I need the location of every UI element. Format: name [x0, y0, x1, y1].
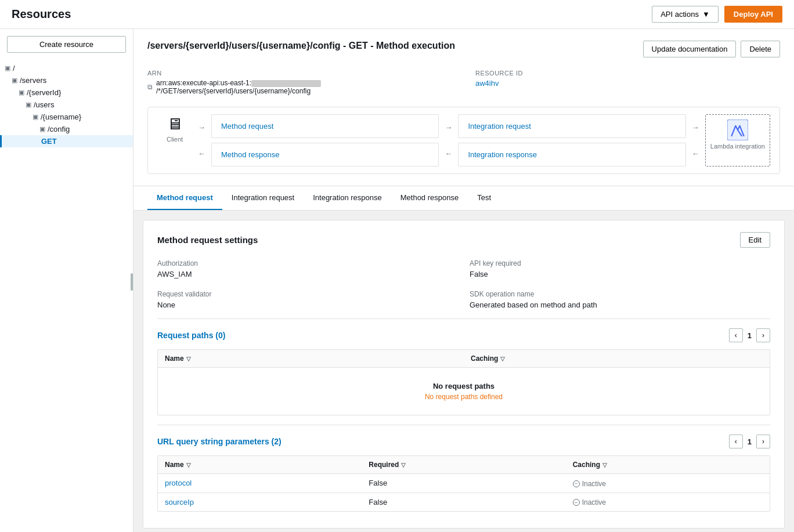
authorization-value: AWS_IAM: [157, 270, 458, 278]
request-paths-pagination: ‹ 1 ›: [729, 328, 770, 342]
th-caching-qs: Caching ▽: [566, 456, 770, 473]
tree-item-label: /users: [34, 100, 54, 109]
request-paths-prev-button[interactable]: ‹: [729, 328, 743, 342]
request-paths-empty: No request paths No request paths define…: [158, 368, 770, 415]
qs-required-cell: False: [362, 474, 565, 493]
main-content: /servers/{serverId}/users/{username}/con…: [133, 29, 794, 532]
sort-icon-required-qs: ▽: [401, 462, 406, 468]
query-string-section-header: URL query string parameters (2) ‹ 1 ›: [157, 425, 770, 455]
query-string-title: URL query string parameters (2): [157, 437, 281, 446]
authorization-label: Authorization: [157, 259, 458, 267]
tab-item[interactable]: Method request: [147, 186, 222, 210]
flow-client: 🖥 Client: [157, 114, 192, 167]
tab-item[interactable]: Test: [468, 186, 500, 210]
sidebar-tree-item[interactable]: ▣/{serverId}: [0, 86, 133, 99]
request-validator-value: None: [157, 301, 458, 309]
tab-item[interactable]: Integration request: [222, 186, 304, 210]
status-badge: − Inactive: [573, 498, 606, 506]
query-string-prev-button[interactable]: ‹: [729, 435, 743, 448]
sdk-operation-name-label: SDK operation name: [470, 290, 770, 298]
sidebar-tree-item[interactable]: ▣/users: [0, 99, 133, 111]
folder-icon: ▣: [26, 101, 31, 108]
query-string-next-button[interactable]: ›: [756, 435, 770, 448]
method-response-flow-box[interactable]: Method response: [211, 143, 439, 167]
integration-request-flow-box[interactable]: Integration request: [458, 114, 685, 138]
update-documentation-button[interactable]: Update documentation: [643, 41, 737, 57]
lambda-icon: [727, 120, 748, 140]
tree-item-label: /: [13, 64, 15, 73]
settings-title: Method request settings: [157, 235, 258, 245]
edit-button[interactable]: Edit: [740, 232, 770, 248]
lambda-integration-box: Lambda integration: [705, 114, 770, 167]
deploy-api-button[interactable]: Deploy API: [724, 6, 782, 23]
folder-icon: ▣: [12, 77, 17, 84]
sidebar-resize-handle[interactable]: [131, 29, 133, 532]
api-actions-button[interactable]: API actions ▼: [652, 6, 719, 23]
header-actions: API actions ▼ Deploy API: [652, 6, 782, 23]
qs-name-cell[interactable]: sourceIp: [158, 493, 362, 512]
right-arrow-right-top-icon: →: [692, 123, 699, 132]
status-badge: − Inactive: [573, 480, 606, 488]
sdk-operation-name-value: Generated based on method and path: [470, 301, 770, 309]
integration-request-flow-label: Integration request: [468, 122, 530, 131]
api-key-required-label: API key required: [470, 259, 770, 267]
request-paths-table: Name ▽ Caching ▽ No request paths No req…: [157, 349, 770, 415]
authorization-field: Authorization AWS_IAM: [157, 259, 458, 278]
integration-response-flow-label: Integration response: [468, 150, 537, 159]
right-arrow-mid-top-icon: →: [445, 123, 452, 132]
tree-item-label: /{serverId}: [27, 88, 61, 97]
request-paths-page: 1: [748, 331, 752, 340]
sidebar-tree-item[interactable]: ▣/config: [0, 123, 133, 135]
request-paths-header-row: Name ▽ Caching ▽: [158, 350, 770, 368]
request-paths-next-button[interactable]: ›: [756, 328, 770, 342]
chevron-down-icon: ▼: [702, 10, 710, 19]
sidebar-tree-item[interactable]: ▣/: [0, 62, 133, 74]
inactive-icon: −: [573, 499, 580, 506]
tab-item[interactable]: Integration response: [304, 186, 391, 210]
create-resource-button[interactable]: Create resource: [7, 36, 126, 53]
query-string-table: Name ▽ Required ▽ Caching ▽ protocol Fal…: [157, 455, 770, 512]
arn-prefix: arn:aws:execute-api:us-east-1:: [156, 79, 251, 87]
th-name-qs: Name ▽: [158, 456, 362, 473]
folder-icon: ▣: [5, 64, 10, 72]
query-string-header-row: Name ▽ Required ▽ Caching ▽: [158, 456, 770, 474]
request-paths-section-header: Request paths (0) ‹ 1 ›: [157, 319, 770, 349]
tabs-bar: Method requestIntegration requestIntegra…: [133, 186, 794, 211]
tab-item[interactable]: Method response: [391, 186, 468, 210]
left-arrows: → ←: [198, 114, 205, 167]
request-validator-label: Request validator: [157, 290, 458, 298]
arn-section: ARN ⧉ arn:aws:execute-api:us-east-1:/*/G…: [147, 70, 452, 95]
sdk-operation-name-field: SDK operation name Generated based on me…: [470, 290, 770, 309]
right-arrow-top-icon: →: [198, 123, 205, 132]
request-paths-title: Request paths (0): [157, 331, 225, 340]
method-meta: ARN ⧉ arn:aws:execute-api:us-east-1:/*/G…: [147, 70, 780, 95]
qs-required-cell: False: [362, 493, 565, 512]
client-label: Client: [167, 136, 183, 143]
resource-id-value: aw4ihv: [475, 79, 780, 88]
left-arrow-bottom-icon: ←: [198, 149, 205, 158]
execution-flow: 🖥 Client → ← Method request Method respo…: [147, 107, 780, 174]
app-header: Resources API actions ▼ Deploy API: [0, 0, 794, 29]
inactive-icon: −: [573, 480, 580, 487]
sort-icon-caching-paths: ▽: [500, 356, 505, 362]
sidebar-tree-item[interactable]: ▣/servers: [0, 74, 133, 86]
resource-tree: ▣/▣/servers▣/{serverId}▣/users▣/{usernam…: [0, 62, 133, 147]
sort-icon-name-paths: ▽: [186, 356, 191, 362]
folder-icon: ▣: [19, 89, 24, 96]
sidebar-tree-item[interactable]: ▣/{username}: [0, 111, 133, 123]
th-required-qs: Required ▽: [362, 456, 565, 473]
sidebar-tree-item[interactable]: GET: [0, 135, 133, 147]
qs-name-cell[interactable]: protocol: [158, 474, 362, 493]
integration-response-flow-box[interactable]: Integration response: [458, 143, 685, 167]
computer-icon: 🖥: [167, 114, 183, 133]
resource-id-section: Resource ID aw4ihv: [475, 70, 780, 95]
no-request-paths-desc: No request paths defined: [172, 393, 756, 401]
query-string-table-body: protocol False − Inactive sourceIp False…: [158, 474, 770, 511]
th-caching-paths: Caching ▽: [464, 350, 770, 367]
table-row: protocol False − Inactive: [158, 474, 770, 493]
query-string-page: 1: [748, 437, 752, 446]
api-key-required-value: False: [470, 270, 770, 278]
api-key-required-field: API key required False: [470, 259, 770, 278]
delete-button[interactable]: Delete: [741, 41, 780, 57]
method-request-flow-box[interactable]: Method request: [211, 114, 439, 138]
